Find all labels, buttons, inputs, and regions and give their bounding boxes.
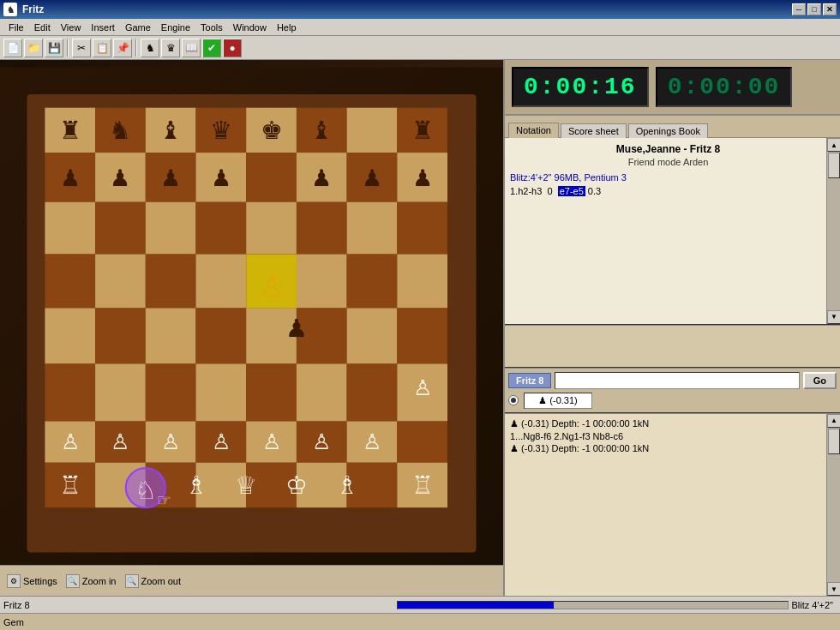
menu-view[interactable]: View bbox=[56, 21, 87, 34]
menu-engine[interactable]: Engine bbox=[156, 21, 195, 34]
toolbar-engine2[interactable]: ♛ bbox=[161, 39, 180, 57]
menu-game[interactable]: Game bbox=[120, 21, 156, 34]
svg-rect-14 bbox=[246, 153, 297, 202]
svg-text:♙: ♙ bbox=[212, 429, 231, 453]
titlebar: ♞ Fritz ─ □ ✕ bbox=[0, 0, 840, 19]
menu-tools[interactable]: Tools bbox=[195, 21, 228, 34]
middle-section bbox=[505, 326, 840, 369]
svg-rect-32 bbox=[347, 255, 398, 309]
svg-text:☞: ☞ bbox=[157, 491, 171, 509]
minimize-button[interactable]: ─ bbox=[792, 3, 806, 15]
svg-rect-36 bbox=[146, 308, 196, 363]
status-right: Blitz 4'+2" bbox=[792, 600, 834, 610]
analysis-eval-1: ♟ (-0.31) Depth: -1 00:00:00 1kN bbox=[510, 418, 649, 429]
chess-board-svg: ♙ ♜ ♞ ♝ ♛ ♚ ♝ ♜ ♟ ♟ ♟ ♟ ♟ ♟ ♟ bbox=[0, 60, 503, 596]
engine-top-row: Fritz 8 Go bbox=[508, 372, 837, 389]
svg-text:♖: ♖ bbox=[411, 471, 434, 499]
go-button[interactable]: Go bbox=[803, 372, 837, 389]
svg-rect-29 bbox=[196, 255, 247, 309]
scroll-down-arrow[interactable]: ▼ bbox=[827, 310, 840, 324]
zoom-in-button[interactable]: 🔍 Zoom in bbox=[66, 574, 117, 588]
svg-rect-40 bbox=[347, 308, 398, 363]
svg-text:♙: ♙ bbox=[262, 429, 281, 453]
svg-rect-8 bbox=[347, 108, 398, 153]
statusbar: Fritz 8 Blitz 4'+2" bbox=[0, 596, 840, 613]
chess-board-3d[interactable]: ♙ ♜ ♞ ♝ ♛ ♚ ♝ ♜ ♟ ♟ ♟ ♟ ♟ ♟ ♟ bbox=[0, 60, 503, 596]
svg-text:♟: ♟ bbox=[160, 165, 181, 191]
svg-rect-26 bbox=[45, 255, 95, 309]
toolbar-separator-1 bbox=[67, 39, 69, 57]
toolbar-save[interactable]: 💾 bbox=[45, 39, 63, 57]
toolbar-separator-2 bbox=[135, 39, 137, 57]
settings-icon: ⚙ bbox=[7, 574, 21, 588]
menu-window[interactable]: Window bbox=[228, 21, 272, 34]
menu-file[interactable]: File bbox=[3, 21, 29, 34]
engine-name-button[interactable]: Fritz 8 bbox=[508, 373, 551, 388]
analysis-eval-2: ♟ (-0.31) Depth: -1 00:00:00 1kN bbox=[510, 443, 649, 453]
analysis-scrollbar[interactable]: ▲ ▼ bbox=[826, 414, 840, 597]
svg-rect-47 bbox=[297, 363, 347, 421]
radio-button[interactable] bbox=[508, 395, 519, 405]
bottombar: Gem bbox=[0, 613, 840, 630]
engine-move-input[interactable] bbox=[555, 372, 799, 389]
toolbar-engine1[interactable]: ♞ bbox=[141, 39, 159, 57]
toolbar-settings[interactable]: ✔ bbox=[202, 39, 221, 57]
svg-text:♘: ♘ bbox=[135, 476, 157, 504]
scroll-up-arrow[interactable]: ▲ bbox=[827, 138, 840, 152]
svg-text:♜: ♜ bbox=[59, 116, 81, 144]
toolbar-paste[interactable]: 📌 bbox=[113, 39, 132, 57]
tab-openings-book[interactable]: Openings Book bbox=[628, 123, 708, 138]
svg-text:♟: ♟ bbox=[110, 165, 130, 191]
analysis-scroll-up[interactable]: ▲ bbox=[827, 414, 840, 428]
svg-text:♟: ♟ bbox=[362, 165, 382, 191]
close-button[interactable]: ✕ bbox=[823, 3, 837, 15]
toolbar-book[interactable]: 📖 bbox=[182, 39, 201, 57]
svg-text:♙: ♙ bbox=[111, 429, 129, 453]
svg-text:♙: ♙ bbox=[312, 429, 331, 453]
menu-help[interactable]: Help bbox=[272, 21, 302, 34]
svg-rect-41 bbox=[397, 308, 447, 363]
svg-text:♞: ♞ bbox=[109, 116, 131, 144]
svg-rect-27 bbox=[95, 255, 146, 309]
svg-text:♟: ♟ bbox=[412, 165, 433, 191]
toolbar-stop[interactable]: ● bbox=[223, 39, 242, 57]
svg-text:♗: ♗ bbox=[185, 471, 207, 499]
toolbar-open[interactable]: 📁 bbox=[24, 39, 43, 57]
menubar: FileEditViewInsertGameEngineToolsWindowH… bbox=[0, 19, 840, 36]
analysis-scroll-track[interactable] bbox=[827, 428, 840, 583]
svg-rect-21 bbox=[196, 202, 247, 255]
svg-text:♗: ♗ bbox=[336, 471, 358, 499]
move-1-black[interactable]: e7-e5 bbox=[558, 186, 585, 196]
svg-rect-35 bbox=[95, 308, 146, 363]
bottom-text: Gem bbox=[3, 617, 24, 627]
board-area[interactable]: ♙ ♜ ♞ ♝ ♛ ♚ ♝ ♜ ♟ ♟ ♟ ♟ ♟ ♟ ♟ bbox=[0, 60, 503, 596]
svg-text:♙: ♙ bbox=[161, 429, 180, 453]
scroll-thumb[interactable] bbox=[828, 153, 840, 178]
menu-insert[interactable]: Insert bbox=[86, 21, 120, 34]
svg-rect-22 bbox=[246, 202, 297, 255]
svg-text:♝: ♝ bbox=[159, 116, 182, 144]
analysis-line-1: ♟ (-0.31) Depth: -1 00:00:00 1kN bbox=[510, 417, 826, 430]
svg-text:♔: ♔ bbox=[285, 471, 308, 499]
toolbar-new[interactable]: 📄 bbox=[3, 39, 22, 57]
svg-text:♚: ♚ bbox=[261, 116, 283, 144]
zoom-out-button[interactable]: 🔍 Zoom out bbox=[125, 574, 181, 588]
engine-eval-row: ♟ (-0.31) bbox=[508, 393, 837, 409]
progress-fill bbox=[398, 602, 554, 609]
maximize-button[interactable]: □ bbox=[807, 3, 821, 15]
menu-edit[interactable]: Edit bbox=[29, 21, 56, 34]
right-panel: 0:00:16 0:00:00 NotationScore sheetOpeni… bbox=[503, 60, 840, 596]
svg-rect-28 bbox=[146, 255, 196, 309]
settings-button[interactable]: ⚙ Settings bbox=[7, 574, 57, 588]
tab-notation[interactable]: Notation bbox=[508, 123, 559, 138]
analysis-scroll-thumb[interactable] bbox=[828, 429, 840, 454]
scroll-track[interactable] bbox=[827, 152, 840, 310]
svg-rect-24 bbox=[347, 202, 398, 255]
toolbar-copy[interactable]: 📋 bbox=[93, 39, 111, 57]
svg-text:♟: ♟ bbox=[60, 165, 81, 191]
tab-score-sheet[interactable]: Score sheet bbox=[561, 123, 627, 138]
notation-area: Muse,Jeanne - Fritz 8 Friend mode Arden … bbox=[505, 138, 840, 326]
notation-scrollbar[interactable]: ▲ ▼ bbox=[826, 138, 840, 324]
analysis-scroll-down[interactable]: ▼ bbox=[827, 582, 840, 596]
toolbar-cut[interactable]: ✂ bbox=[72, 39, 91, 57]
